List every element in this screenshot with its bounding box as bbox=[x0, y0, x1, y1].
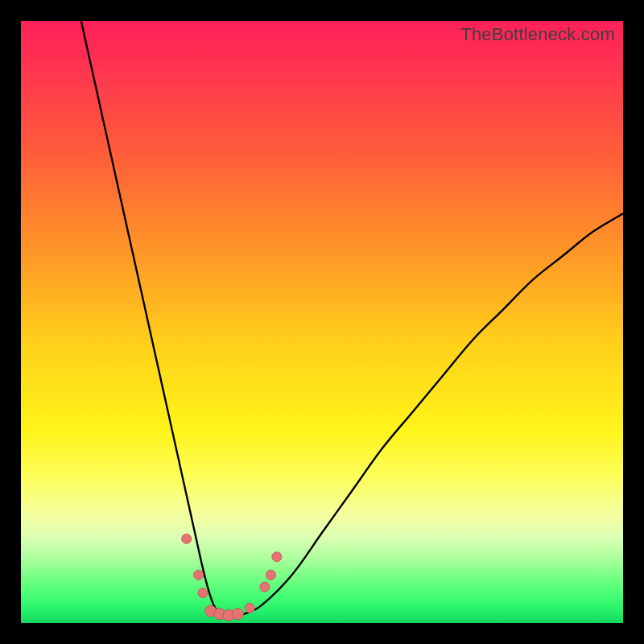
chart-svg bbox=[21, 21, 623, 623]
curve-marker bbox=[223, 609, 234, 621]
curve-marker bbox=[205, 605, 217, 617]
curve-marker bbox=[232, 609, 243, 620]
curve-markers bbox=[182, 534, 282, 621]
chart-frame: TheBottleneck.com bbox=[0, 0, 644, 644]
curve-marker bbox=[182, 534, 192, 543]
watermark-text: TheBottleneck.com bbox=[460, 24, 615, 45]
plot-area: TheBottleneck.com bbox=[21, 21, 623, 623]
curve-marker bbox=[260, 582, 270, 592]
curve-marker bbox=[272, 552, 282, 562]
curve-marker bbox=[266, 570, 275, 580]
curve-marker bbox=[194, 570, 204, 580]
bottleneck-curve bbox=[81, 21, 623, 617]
curve-marker bbox=[198, 588, 208, 598]
curve-marker bbox=[214, 609, 225, 620]
curve-marker bbox=[245, 603, 254, 613]
